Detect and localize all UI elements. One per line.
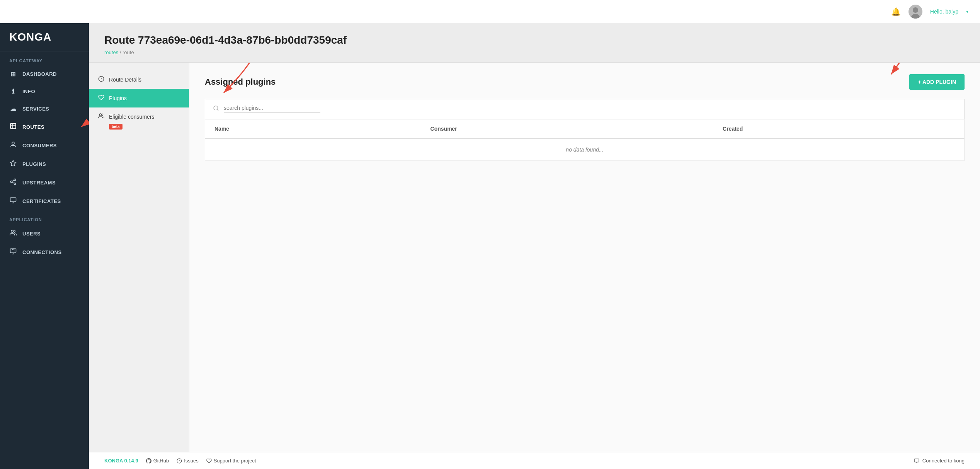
search-plugins-input[interactable]	[224, 105, 320, 111]
main-layout: KONGA API GATEWAY ⊞ DASHBOARD ℹ INFO ☁ S…	[0, 23, 980, 469]
sidebar-item-label-users: USERS	[22, 231, 41, 237]
support-link[interactable]: Support the project	[206, 458, 256, 464]
app-wrapper: 🔔 Hello, baiyp ▾ KONGA API GATEWAY ⊞ DAS…	[0, 0, 980, 469]
plugins-tab-label: Plugins	[109, 95, 127, 101]
svg-point-1	[913, 7, 918, 13]
search-container	[205, 99, 965, 119]
table-header-row: Name Consumer Created	[205, 119, 965, 139]
no-data-message: no data found...	[205, 138, 965, 161]
sidebar-api-gateway-label: API GATEWAY	[0, 51, 89, 65]
plugins-icon	[9, 160, 17, 168]
beta-badge: beta	[109, 124, 122, 130]
svg-rect-14	[10, 249, 16, 253]
svg-line-24	[217, 109, 218, 111]
sidebar-logo: KONGA	[0, 23, 89, 51]
dashboard-icon: ⊞	[9, 70, 17, 78]
sidebar-item-label-routes: ROUTES	[22, 124, 44, 130]
footer-left: KONGA 0.14.9 GitHub Issues Support the p…	[104, 458, 256, 464]
svg-point-23	[214, 106, 218, 110]
content-area: Route Details Plugins	[89, 63, 980, 452]
left-panel-eligible-consumers[interactable]: Eligible consumers beta	[89, 107, 189, 135]
col-created: Created	[713, 119, 964, 139]
sidebar-item-services[interactable]: ☁ SERVICES	[0, 100, 89, 118]
col-name: Name	[205, 119, 421, 139]
route-details-icon	[98, 76, 104, 84]
svg-line-8	[12, 182, 14, 183]
footer-version: KONGA 0.14.9	[104, 458, 138, 464]
svg-point-4	[12, 142, 14, 144]
svg-point-7	[14, 183, 16, 185]
svg-line-9	[12, 180, 14, 181]
user-dropdown-icon[interactable]: ▾	[966, 9, 968, 14]
sidebar-item-label-plugins: PLUGINS	[22, 161, 46, 167]
consumers-icon	[9, 141, 17, 150]
sidebar-item-dashboard[interactable]: ⊞ DASHBOARD	[0, 65, 89, 83]
svg-rect-10	[10, 198, 16, 202]
sidebar: KONGA API GATEWAY ⊞ DASHBOARD ℹ INFO ☁ S…	[0, 23, 89, 469]
search-icon	[213, 105, 219, 113]
plugins-tab-icon	[98, 94, 104, 102]
breadcrumb: routes / route	[104, 49, 965, 55]
notification-bell-icon[interactable]: 🔔	[891, 7, 901, 16]
avatar	[909, 5, 922, 19]
footer: KONGA 0.14.9 GitHub Issues Support the p…	[89, 452, 980, 469]
eligible-consumers-label: Eligible consumers	[109, 114, 155, 120]
sidebar-item-consumers[interactable]: CONSUMERS	[0, 136, 89, 155]
right-panel: Assigned plugins +	[189, 63, 980, 452]
table-empty-row: no data found...	[205, 138, 965, 161]
sidebar-item-label-certificates: CERTIFICATES	[22, 198, 61, 204]
eligible-consumers-icon	[98, 113, 104, 120]
svg-point-5	[14, 179, 16, 181]
sidebar-item-connections[interactable]: CONNECTIONS	[0, 243, 89, 261]
user-name[interactable]: Hello, baiyp	[930, 9, 958, 15]
sidebar-application-label: APPLICATION	[0, 210, 89, 224]
sidebar-item-plugins[interactable]: PLUGINS	[0, 155, 89, 173]
top-bar: 🔔 Hello, baiyp ▾	[0, 0, 980, 23]
info-icon: ℹ	[9, 88, 17, 95]
footer-right: Connected to kong	[914, 458, 965, 464]
page-title: Route 773ea69e-06d1-4d3a-87b6-bb0dd7359c…	[104, 34, 965, 46]
right-panel-header: Assigned plugins +	[205, 74, 965, 90]
issues-link[interactable]: Issues	[177, 458, 199, 464]
connected-label: Connected to kong	[922, 458, 965, 464]
connections-icon	[9, 248, 17, 256]
issues-label: Issues	[184, 458, 199, 464]
sidebar-item-upstreams[interactable]: UPSTREAMS	[0, 173, 89, 192]
svg-rect-28	[914, 459, 919, 462]
users-icon	[9, 229, 17, 238]
plugins-table: Name Consumer Created no data found...	[205, 119, 965, 161]
svg-point-13	[11, 230, 14, 232]
github-link[interactable]: GitHub	[146, 458, 169, 464]
page-header: Route 773ea69e-06d1-4d3a-87b6-bb0dd7359c…	[89, 23, 980, 63]
github-label: GitHub	[153, 458, 169, 464]
sidebar-item-certificates[interactable]: CERTIFICATES	[0, 192, 89, 210]
connected-icon	[914, 458, 919, 464]
breadcrumb-routes-link[interactable]: routes	[104, 49, 118, 55]
sidebar-item-label-upstreams: UPSTREAMS	[22, 180, 56, 186]
certificates-icon	[9, 197, 17, 205]
breadcrumb-separator: /	[120, 49, 122, 55]
routes-icon	[9, 123, 17, 131]
col-consumer: Consumer	[421, 119, 713, 139]
add-plugin-button[interactable]: + ADD PLUGIN	[909, 74, 965, 90]
sidebar-item-label-services: SERVICES	[22, 106, 49, 112]
svg-point-6	[10, 181, 12, 183]
sidebar-item-routes[interactable]: ROUTES	[0, 118, 89, 136]
sidebar-item-info[interactable]: ℹ INFO	[0, 83, 89, 100]
upstreams-icon	[9, 178, 17, 187]
main-content: Route 773ea69e-06d1-4d3a-87b6-bb0dd7359c…	[89, 23, 980, 469]
route-details-label: Route Details	[109, 77, 141, 83]
sidebar-item-users[interactable]: USERS	[0, 224, 89, 243]
left-panel: Route Details Plugins	[89, 63, 189, 452]
breadcrumb-current: route	[122, 49, 134, 55]
support-label: Support the project	[214, 458, 256, 464]
sidebar-item-label-connections: CONNECTIONS	[22, 249, 62, 255]
top-bar-right: 🔔 Hello, baiyp ▾	[891, 5, 968, 19]
services-icon: ☁	[9, 105, 17, 113]
left-panel-plugins[interactable]: Plugins	[89, 89, 189, 107]
sidebar-item-label-info: INFO	[22, 89, 35, 94]
left-panel-route-details[interactable]: Route Details	[89, 70, 189, 89]
section-title: Assigned plugins	[205, 77, 276, 87]
sidebar-item-label-consumers: CONSUMERS	[22, 143, 57, 148]
svg-point-21	[99, 114, 101, 116]
